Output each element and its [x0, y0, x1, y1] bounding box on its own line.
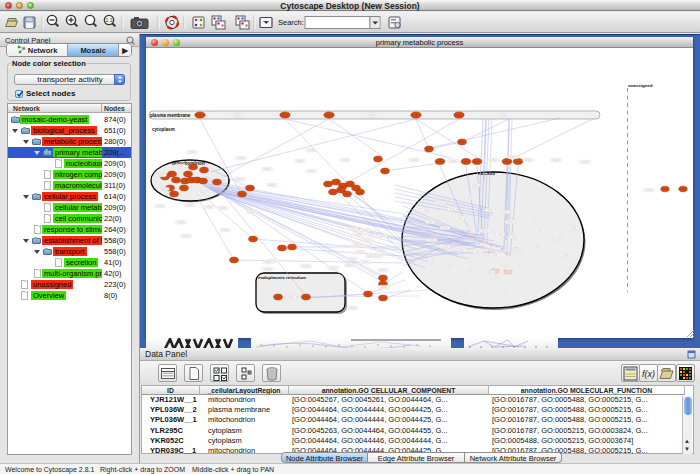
- svg-text:f(x): f(x): [642, 369, 655, 379]
- svg-text:plasma membrane: plasma membrane: [150, 113, 191, 118]
- svg-text:unassigned: unassigned: [628, 83, 653, 88]
- svg-text:1:1: 1:1: [106, 17, 113, 23]
- svg-text:Search:: Search:: [278, 18, 304, 27]
- svg-text:cytoplasm: cytoplasm: [152, 127, 175, 132]
- svg-text:endoplasmic reticulum: endoplasmic reticulum: [258, 275, 306, 280]
